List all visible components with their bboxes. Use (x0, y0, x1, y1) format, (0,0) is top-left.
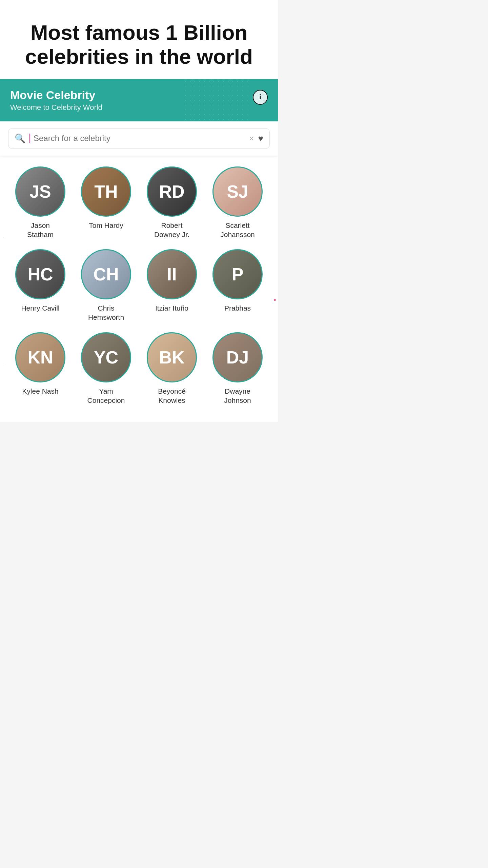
celebrity-name: RobertDowney Jr. (154, 221, 189, 239)
hero-section: Most famous 1 Billion celebrities in the… (0, 0, 278, 79)
banner-subtitle: Welcome to Celebrity World (10, 103, 102, 112)
celebrity-avatar: TH (81, 166, 131, 217)
celebrity-name: Tom Hardy (89, 221, 123, 230)
search-clear-button[interactable]: × (249, 133, 254, 144)
celebrity-item[interactable]: JSJasonStatham (13, 166, 67, 239)
celebrity-item[interactable]: IIItziar Ituño (145, 249, 199, 322)
celebrity-name: Itziar Ituño (155, 303, 188, 313)
celebrity-item[interactable]: RDRobertDowney Jr. (145, 166, 199, 239)
celebrity-name: ScarlettJohansson (220, 221, 255, 239)
celebrity-name: ChrisHemsworth (88, 303, 124, 322)
celebrity-name: YamConcepcion (87, 387, 125, 405)
celebrity-name: Kylee Nash (22, 387, 58, 396)
page-container: ★★✦✦★★●●●●●★★►●★●●▬ Most famous 1 Billio… (0, 0, 278, 422)
celebrity-grid: JSJasonStathamTHTom HardyRDRobertDowney … (4, 160, 274, 422)
celebrity-item[interactable]: HCHenry Cavill (13, 249, 67, 322)
celebrity-item[interactable]: PPrabhas (210, 249, 265, 322)
info-icon[interactable]: i (253, 90, 268, 105)
search-container: 🔍 × ♥ (0, 121, 278, 156)
celebrity-avatar: CH (81, 249, 131, 299)
celebrity-item[interactable]: DJDwayneJohnson (210, 332, 265, 405)
celebrity-row-3: KNKylee NashYCYamConcepcionBKBeyoncéKnow… (7, 332, 270, 405)
celebrity-avatar: SJ (212, 166, 263, 217)
celebrity-item[interactable]: KNKylee Nash (13, 332, 67, 405)
celebrity-name: Henry Cavill (21, 303, 59, 313)
celebrity-item[interactable]: YCYamConcepcion (79, 332, 133, 405)
celebrity-item[interactable]: BKBeyoncéKnowles (145, 332, 199, 405)
celebrity-avatar: HC (15, 249, 65, 299)
celebrity-avatar: YC (81, 332, 131, 382)
celebrity-avatar: P (212, 249, 263, 299)
banner-title: Movie Celebrity (10, 88, 102, 102)
banner-text: Movie Celebrity Welcome to Celebrity Wor… (10, 88, 102, 112)
search-bar: 🔍 × ♥ (8, 128, 270, 149)
celebrity-avatar: KN (15, 332, 65, 382)
app-banner: Movie Celebrity Welcome to Celebrity Wor… (0, 79, 278, 121)
celebrity-avatar: JS (15, 166, 65, 217)
celebrity-avatar: II (147, 249, 197, 299)
celebrity-item[interactable]: CHChrisHemsworth (79, 249, 133, 322)
celebrity-avatar: DJ (212, 332, 263, 382)
celebrity-avatar: RD (147, 166, 197, 217)
celebrity-row-1: JSJasonStathamTHTom HardyRDRobertDowney … (7, 166, 270, 239)
celebrity-name: Prabhas (224, 303, 251, 313)
celebrity-item[interactable]: SJScarlettJohansson (210, 166, 265, 239)
search-icon: 🔍 (15, 133, 25, 144)
celebrity-item[interactable]: THTom Hardy (79, 166, 133, 239)
celebrity-name: DwayneJohnson (224, 387, 251, 405)
celebrity-row-2: HCHenry CavillCHChrisHemsworthIIItziar I… (7, 249, 270, 322)
search-input[interactable] (29, 134, 245, 143)
celebrity-name: JasonStatham (27, 221, 54, 239)
favorites-button[interactable]: ♥ (258, 133, 263, 144)
celebrity-name: BeyoncéKnowles (158, 387, 186, 405)
celebrity-avatar: BK (147, 332, 197, 382)
page-title: Most famous 1 Billion celebrities in the… (14, 20, 264, 69)
